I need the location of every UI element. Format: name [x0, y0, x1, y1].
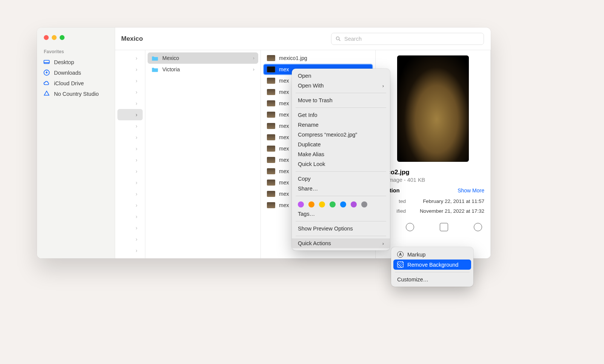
file-thumb: [267, 66, 275, 72]
folder-row-victoria[interactable]: Victoria ›: [148, 64, 258, 75]
tag-dot-blue[interactable]: [340, 201, 346, 207]
drive-icon: [43, 90, 50, 97]
sidebar-item-icloud-drive[interactable]: iCloud Drive: [37, 78, 115, 88]
column-1-row[interactable]: ›: [117, 188, 143, 200]
sidebar-item-downloads[interactable]: Downloads: [37, 68, 115, 78]
ctx-share[interactable]: Share…: [292, 184, 390, 194]
column-1-row[interactable]: ›: [117, 132, 143, 143]
column-1-row[interactable]: ›: [117, 222, 143, 233]
ctx-quick-actions[interactable]: Quick Actions›: [292, 238, 390, 248]
file-thumb: [267, 146, 275, 152]
column-1-row[interactable]: ›: [117, 245, 143, 256]
column-1-row[interactable]: ›: [117, 86, 143, 98]
markup-icon[interactable]: [406, 223, 414, 231]
column-1-row[interactable]: ›: [117, 233, 143, 245]
file-thumb: [267, 112, 275, 118]
ctx-quick-look[interactable]: Quick Look: [292, 159, 390, 169]
column-2: Mexico › Victoria ›: [145, 50, 261, 258]
column-1-row[interactable]: ›: [117, 177, 143, 188]
column-1-row[interactable]: ›: [117, 211, 143, 222]
file-row[interactable]: mexico1.jpg: [263, 52, 373, 64]
tag-dot-green[interactable]: [330, 201, 336, 207]
markup-icon: A: [397, 251, 404, 258]
background-icon[interactable]: [440, 223, 448, 231]
column-1: › › › › › › › › › › › › › › › › › ›: [115, 50, 145, 258]
search-icon: [335, 36, 341, 42]
column-1-row[interactable]: ›: [117, 98, 143, 109]
context-menu: Open Open With› Move to Trash Get Info R…: [292, 69, 390, 250]
tag-dot-yellow[interactable]: [319, 201, 325, 207]
column-1-row[interactable]: ›: [117, 64, 143, 75]
qa-customize[interactable]: Customize…: [391, 275, 473, 284]
chevron-right-icon: ›: [382, 241, 384, 246]
chevron-right-icon: ›: [253, 55, 254, 61]
ctx-separator: [296, 196, 386, 196]
tag-dot-purple[interactable]: [298, 201, 304, 207]
column-1-row[interactable]: ›: [117, 154, 143, 166]
ctx-separator: [296, 93, 386, 93]
file-thumb: [267, 78, 275, 84]
file-name: mex: [279, 202, 289, 208]
quick-actions-submenu: A Markup Remove Background Customize…: [391, 247, 473, 287]
folder-icon: [151, 67, 159, 72]
file-name: mex: [279, 157, 289, 163]
column-1-row[interactable]: ›: [117, 143, 143, 154]
column-1-row[interactable]: ›: [117, 166, 143, 177]
file-thumb: [267, 134, 275, 140]
zoom-window-button[interactable]: [60, 35, 65, 40]
search-placeholder: Search: [344, 36, 362, 42]
desktop-icon: [43, 58, 50, 66]
ctx-tag-colors: [292, 198, 390, 209]
info-modified: ified November 21, 2022 at 17:32: [382, 206, 484, 216]
folder-row-mexico[interactable]: Mexico ›: [148, 52, 258, 64]
ctx-separator: [296, 108, 386, 108]
tag-dot-violet[interactable]: [351, 201, 357, 207]
column-1-row[interactable]: ›: [117, 200, 143, 211]
more-icon[interactable]: [474, 223, 482, 231]
file-thumb: [267, 191, 275, 197]
ctx-make-alias[interactable]: Make Alias: [292, 149, 390, 159]
sidebar-item-label: Downloads: [54, 70, 81, 76]
file-thumb: [267, 180, 275, 186]
window-title: Mexico: [121, 35, 143, 43]
tag-dot-grey[interactable]: [361, 201, 367, 207]
ctx-rename[interactable]: Rename: [292, 120, 390, 130]
column-1-row[interactable]: ›: [117, 75, 143, 86]
file-thumb: [267, 168, 275, 174]
svg-rect-0: [44, 60, 49, 64]
column-1-row[interactable]: ›: [117, 52, 143, 64]
svg-point-2: [336, 37, 339, 40]
ctx-open[interactable]: Open: [292, 71, 390, 81]
ctx-copy[interactable]: Copy: [292, 174, 390, 184]
ctx-tags[interactable]: Tags…: [292, 209, 390, 219]
cloud-icon: [43, 80, 50, 87]
file-name: mex: [279, 78, 289, 84]
sidebar: Favorites Desktop Downloads iCloud Drive…: [37, 28, 115, 258]
sidebar-item-label: iCloud Drive: [54, 80, 84, 86]
close-window-button[interactable]: [44, 35, 49, 40]
show-more-link[interactable]: Show More: [458, 187, 484, 194]
ctx-open-with[interactable]: Open With›: [292, 81, 390, 91]
remove-background-icon: [397, 261, 404, 268]
ctx-duplicate[interactable]: Duplicate: [292, 140, 390, 149]
search-field[interactable]: Search: [331, 33, 484, 45]
ctx-show-preview-options[interactable]: Show Preview Options: [292, 224, 390, 233]
ctx-get-info[interactable]: Get Info: [292, 110, 390, 120]
chevron-right-icon: ›: [382, 83, 384, 89]
ctx-move-to-trash[interactable]: Move to Trash: [292, 95, 390, 105]
column-1-row-selected[interactable]: ›: [117, 109, 143, 120]
file-name: mex: [279, 100, 289, 106]
file-name: mexico1.jpg: [279, 55, 307, 61]
column-1-row[interactable]: ›: [117, 120, 143, 132]
minimize-window-button[interactable]: [52, 35, 57, 40]
file-name: mex: [279, 180, 289, 186]
folder-name: Victoria: [162, 66, 180, 72]
downloads-icon: [43, 69, 50, 76]
qa-remove-background[interactable]: Remove Background: [393, 260, 471, 270]
sidebar-item-desktop[interactable]: Desktop: [37, 57, 115, 67]
ctx-compress[interactable]: Compress “mexico2.jpg”: [292, 130, 390, 140]
qa-markup[interactable]: A Markup: [391, 249, 473, 260]
sidebar-item-no-country-studio[interactable]: No Country Studio: [37, 89, 115, 99]
tag-dot-orange[interactable]: [308, 201, 314, 207]
file-thumb: [267, 55, 275, 61]
